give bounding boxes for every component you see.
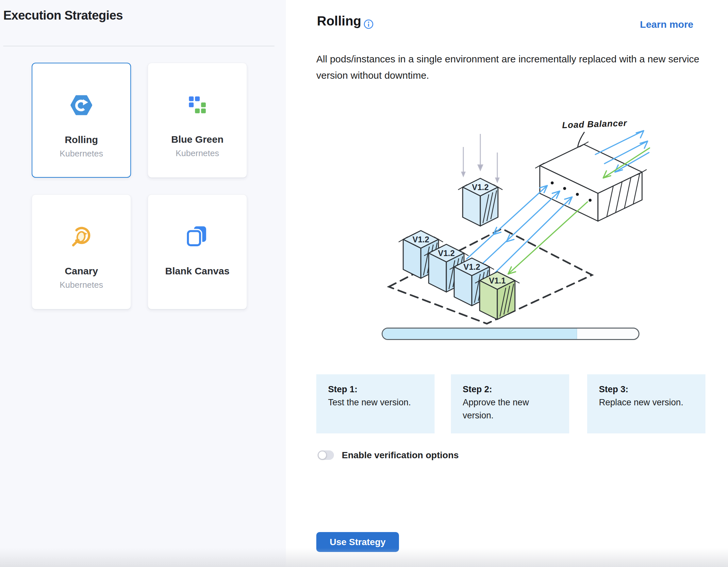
pod-version-label: V1.2 bbox=[472, 183, 488, 192]
blue-green-squares-icon bbox=[187, 94, 208, 116]
strategy-label: Canary bbox=[65, 266, 98, 277]
progress-fill bbox=[383, 328, 577, 339]
learn-more-link[interactable]: Learn more bbox=[640, 19, 693, 30]
strategy-card-blue-green[interactable]: Blue Green Kubernetes bbox=[148, 63, 247, 178]
load-balancer-box bbox=[535, 142, 647, 221]
canary-bird-icon bbox=[71, 226, 92, 247]
verification-toggle[interactable] bbox=[318, 450, 334, 460]
step-description: Test the new version. bbox=[328, 396, 423, 409]
strategy-label: Rolling bbox=[65, 134, 98, 145]
pod-version-label: V1.2 bbox=[463, 262, 480, 272]
strategy-label: Blue Green bbox=[171, 134, 223, 145]
strategy-sublabel: Kubernetes bbox=[176, 148, 219, 159]
strategy-description: All pods/instances in a single environme… bbox=[316, 51, 700, 84]
strategy-card-rolling[interactable]: Rolling Kubernetes bbox=[32, 63, 131, 178]
step-card-3: Step 3: Replace new version. bbox=[587, 374, 705, 433]
strategy-card-canary[interactable]: Canary Kubernetes bbox=[32, 194, 131, 309]
strategy-detail-title: Rolling bbox=[317, 14, 361, 28]
sidebar-divider bbox=[3, 46, 274, 46]
use-strategy-button[interactable]: Use Strategy bbox=[316, 532, 399, 552]
strategy-sublabel: Kubernetes bbox=[60, 280, 103, 290]
toggle-knob bbox=[318, 451, 327, 459]
info-icon[interactable] bbox=[363, 19, 374, 29]
step-card-2: Step 2: Approve the new version. bbox=[451, 374, 569, 433]
pod-version-label: V1.2 bbox=[438, 249, 455, 258]
deploy-drop-arrows bbox=[462, 134, 499, 182]
pod-version-label: V1.2 bbox=[412, 235, 429, 244]
strategy-label: Blank Canvas bbox=[165, 266, 230, 277]
step-title: Step 1: bbox=[328, 383, 423, 396]
step-description: Approve the new version. bbox=[463, 396, 557, 422]
step-title: Step 3: bbox=[599, 383, 694, 396]
step-title: Step 2: bbox=[463, 383, 557, 396]
strategy-sublabel: Kubernetes bbox=[60, 149, 103, 159]
rolling-deployment-illustration: Load Balancer bbox=[382, 116, 650, 326]
load-balancer-label: Load Balancer bbox=[562, 118, 627, 130]
step-card-1: Step 1: Test the new version. bbox=[316, 374, 435, 433]
page-title: Execution Strategies bbox=[3, 8, 123, 23]
strategy-card-blank-canvas[interactable]: Blank Canvas bbox=[148, 194, 247, 309]
step-description: Replace new version. bbox=[599, 396, 694, 409]
sidebar: Execution Strategies Rolling Kubernetes … bbox=[0, 0, 286, 567]
pod-version-label: V1.1 bbox=[489, 276, 506, 285]
verification-toggle-label: Enable verification options bbox=[342, 450, 459, 460]
rolling-hexagon-refresh-icon bbox=[71, 94, 92, 116]
execution-strategies-screen: Execution Strategies Rolling Kubernetes … bbox=[0, 0, 728, 567]
blank-canvas-pages-icon bbox=[187, 226, 208, 247]
rollout-progress-bar bbox=[382, 327, 639, 340]
